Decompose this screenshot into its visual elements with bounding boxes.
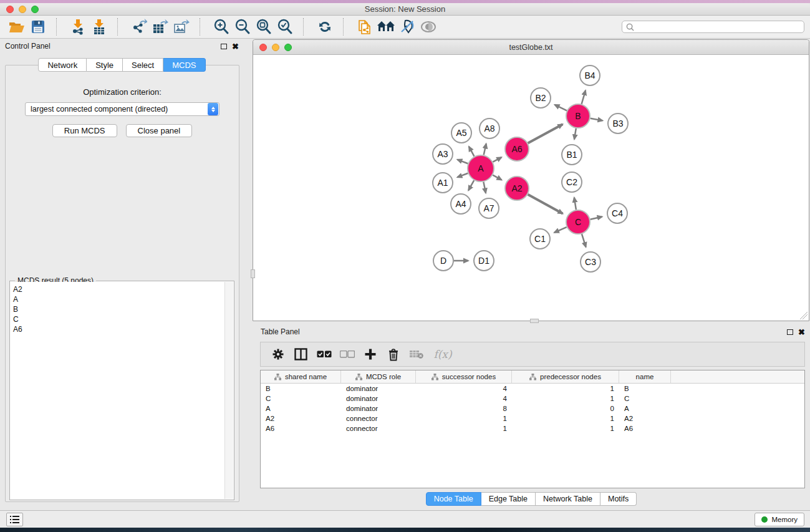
graph-edge-A2-C[interactable] — [528, 195, 563, 214]
close-panel-icon[interactable]: ✖ — [232, 42, 239, 51]
export-image-icon[interactable] — [171, 17, 192, 36]
table-cell[interactable]: dominator — [341, 395, 416, 402]
select-all-columns-icon[interactable] — [313, 344, 335, 364]
table-row[interactable]: A2connector11A2 — [261, 414, 804, 423]
search-input[interactable] — [637, 22, 800, 31]
tab-motifs[interactable]: Motifs — [600, 492, 637, 506]
column-header-MCDS-role[interactable]: MCDS role — [341, 370, 416, 383]
table-cell[interactable]: C — [619, 395, 671, 402]
graph-edge-A-A8[interactable] — [484, 143, 486, 155]
resize-grip-icon[interactable] — [800, 312, 808, 319]
network-canvas[interactable]: B4B2BB3A8A5A6A3B1AA1C2A2A4A7C4CC1C3DD1 — [254, 56, 808, 320]
column-header-predecessor-nodes[interactable]: predecessor nodes — [512, 370, 619, 383]
graph-edge-B-B2[interactable] — [555, 105, 567, 110]
table-cell[interactable]: 1 — [512, 415, 619, 422]
tab-network[interactable]: Network — [38, 58, 87, 72]
zoom-out-icon[interactable] — [232, 17, 253, 36]
memory-button[interactable]: Memory — [755, 513, 804, 526]
graph-edge-A-A4[interactable] — [468, 180, 474, 190]
table-cell[interactable]: 1 — [416, 415, 512, 422]
graph-edge-A-A2[interactable] — [493, 175, 501, 180]
mcds-result-item[interactable]: A6 — [13, 324, 222, 334]
mcds-result-list[interactable]: A2ABCA6 — [11, 282, 224, 499]
graph-edge-A-A1[interactable] — [457, 173, 468, 177]
import-network-icon[interactable] — [67, 17, 89, 36]
graph-node-C2[interactable]: C2 — [562, 172, 582, 192]
graph-node-B[interactable]: B — [566, 104, 590, 128]
vertical-splitter-handle[interactable] — [251, 269, 255, 278]
table-row[interactable]: Bdominator41B — [261, 384, 804, 394]
table-cell[interactable]: 8 — [416, 405, 512, 412]
graph-node-A5[interactable]: A5 — [451, 123, 471, 143]
tab-mcds[interactable]: MCDS — [163, 58, 205, 72]
tab-edge-table[interactable]: Edge Table — [481, 492, 536, 506]
table-cell[interactable]: 4 — [416, 395, 512, 402]
graph-node-B4[interactable]: B4 — [580, 65, 600, 85]
graph-node-B3[interactable]: B3 — [608, 114, 628, 133]
graph-node-C4[interactable]: C4 — [607, 203, 627, 223]
network-close-button[interactable] — [259, 44, 267, 51]
annotation-pen-icon[interactable] — [397, 17, 418, 36]
tab-style[interactable]: Style — [87, 58, 123, 72]
graph-node-C1[interactable]: C1 — [530, 229, 550, 249]
table-cell[interactable]: 0 — [512, 405, 619, 412]
network-graph[interactable]: B4B2BB3A8A5A6A3B1AA1C2A2A4A7C4CC1C3DD1 — [254, 56, 808, 320]
table-cell[interactable]: A — [619, 405, 671, 412]
export-network-icon[interactable] — [128, 17, 150, 36]
export-table-icon[interactable] — [150, 17, 171, 36]
graph-edge-A-A6[interactable] — [493, 157, 501, 162]
result-scrollbar[interactable] — [224, 282, 233, 499]
graph-node-D1[interactable]: D1 — [474, 251, 494, 271]
create-column-plus-icon[interactable] — [359, 344, 381, 364]
zoom-in-icon[interactable] — [211, 17, 232, 36]
graph-edge-B-B4[interactable] — [582, 90, 586, 104]
column-header-shared-name[interactable]: shared name — [261, 370, 341, 383]
import-table-icon[interactable] — [89, 17, 110, 36]
table-cell[interactable]: dominator — [341, 405, 416, 412]
table-cell[interactable]: A6 — [619, 425, 671, 432]
float-table-panel-icon[interactable] — [787, 329, 793, 335]
column-header-name[interactable]: name — [619, 370, 671, 383]
zoom-fit-icon[interactable] — [253, 17, 274, 36]
table-cell[interactable]: 1 — [512, 385, 619, 392]
network-minimize-button[interactable] — [272, 44, 279, 51]
tab-node-table[interactable]: Node Table — [426, 492, 481, 506]
unselect-all-columns-icon[interactable] — [336, 344, 358, 364]
graph-node-A8[interactable]: A8 — [480, 118, 499, 138]
graph-edge-A-A3[interactable] — [457, 160, 468, 163]
graph-node-D[interactable]: D — [433, 251, 453, 271]
graph-node-A3[interactable]: A3 — [433, 144, 453, 164]
function-builder-button[interactable]: f(x) — [428, 344, 457, 364]
table-row[interactable]: Cdominator41C — [261, 394, 804, 404]
run-mcds-button[interactable]: Run MCDS — [52, 124, 117, 137]
graph-edge-A-A7[interactable] — [483, 182, 486, 193]
task-history-button[interactable] — [6, 513, 23, 526]
refresh-icon[interactable] — [314, 17, 335, 36]
table-cell[interactable]: connector — [341, 425, 416, 432]
table-cell[interactable]: C — [261, 395, 341, 402]
graph-edge-C-C3[interactable] — [582, 234, 586, 247]
graph-node-C3[interactable]: C3 — [581, 252, 600, 272]
close-window-button[interactable] — [6, 6, 14, 13]
table-cell[interactable]: A6 — [261, 425, 341, 432]
mcds-result-item[interactable]: C — [13, 314, 222, 324]
tab-select[interactable]: Select — [123, 58, 163, 72]
mcds-result-item[interactable]: A — [13, 294, 222, 304]
table-cell[interactable]: A2 — [619, 415, 671, 422]
graph-edge-C-C1[interactable] — [554, 227, 567, 233]
graph-node-A2[interactable]: A2 — [505, 177, 529, 200]
close-panel-button[interactable]: Close panel — [126, 124, 193, 137]
eye-icon[interactable] — [418, 17, 439, 36]
float-panel-icon[interactable] — [221, 44, 227, 49]
table-cell[interactable]: dominator — [341, 385, 416, 392]
houses-icon[interactable] — [375, 17, 397, 36]
table-cell[interactable]: A2 — [261, 415, 341, 422]
graph-node-A4[interactable]: A4 — [451, 194, 471, 214]
graph-node-B2[interactable]: B2 — [531, 88, 551, 108]
close-table-panel-icon[interactable]: ✖ — [798, 328, 805, 336]
graph-edge-B-B3[interactable] — [591, 118, 603, 121]
table-cell[interactable]: A — [261, 405, 341, 412]
search-field[interactable] — [622, 21, 804, 33]
graph-edge-B-B1[interactable] — [574, 128, 576, 140]
horizontal-splitter-handle[interactable] — [530, 319, 539, 323]
